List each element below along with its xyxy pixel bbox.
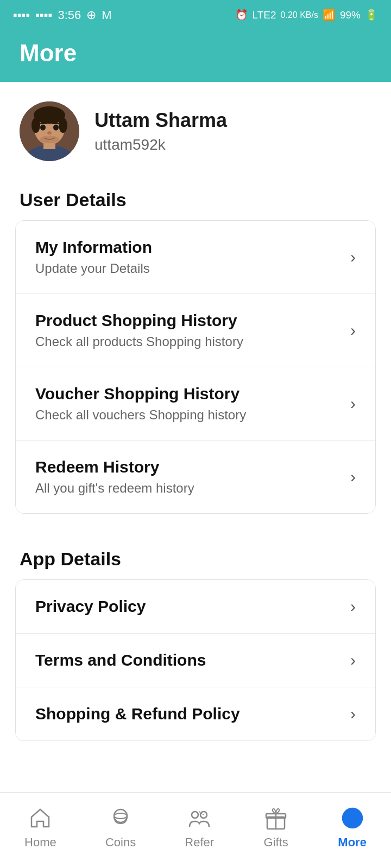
svg-point-15 [114,813,127,819]
my-information-item[interactable]: My Information Update your Details › [16,221,375,294]
terms-conditions-item[interactable]: Terms and Conditions › [16,634,375,687]
profile-username: uttam592k [94,136,227,154]
chevron-right-icon: › [350,597,356,616]
header: More [0,30,391,82]
more-label: More [338,835,367,850]
profile-section: Uttam Sharma uttam592k [0,82,391,176]
product-shopping-history-item[interactable]: Product Shopping History Check all produ… [16,294,375,367]
status-bar: ▪▪▪▪ ▪▪▪▪ 3:56 ⊕ M ⏰ LTE2 0.20 KB/s 📶 99… [0,0,391,30]
my-information-subtitle: Update your Details [35,261,152,276]
main-content: Uttam Sharma uttam592k User Details My I… [0,82,391,839]
more-icon [339,805,365,831]
svg-rect-11 [52,123,60,124]
chevron-right-icon: › [350,651,356,669]
svg-point-16 [192,812,198,818]
speed: 0.20 KB/s [281,10,318,20]
user-details-title: User Details [0,176,391,220]
page-title: More [20,40,77,66]
avatar [20,101,79,161]
svg-point-14 [114,809,127,822]
shopping-refund-policy-title: Shopping & Refund Policy [35,705,240,723]
whatsapp-icon: ⊕ [86,8,96,22]
svg-point-12 [47,131,52,135]
user-details-card: My Information Update your Details › Pro… [15,220,376,514]
terms-conditions-title: Terms and Conditions [35,651,206,669]
redeem-history-subtitle: All you gift's redeem history [35,481,194,496]
home-icon [27,805,53,831]
chevron-right-icon: › [350,321,356,340]
svg-point-8 [40,125,46,131]
svg-point-22 [351,817,354,819]
time: 3:56 [58,8,81,22]
avatar-image [20,101,79,161]
profile-info: Uttam Sharma uttam592k [94,109,227,154]
status-left: ▪▪▪▪ ▪▪▪▪ 3:56 ⊕ M [13,8,112,22]
refer-label: Refer [185,835,214,850]
nav-home[interactable]: Home [14,800,67,855]
voucher-shopping-history-subtitle: Check all vouchers Shopping history [35,407,246,423]
app-details-card: Privacy Policy › Terms and Conditions › … [15,579,376,741]
home-label: Home [24,835,56,850]
signal-strength: ▪▪▪▪ [13,8,30,22]
user-details-section: User Details My Information Update your … [0,176,391,514]
product-shopping-history-subtitle: Check all products Shopping history [35,334,243,349]
svg-point-9 [53,125,59,131]
svg-rect-10 [39,123,47,124]
voucher-shopping-history-item[interactable]: Voucher Shopping History Check all vouch… [16,367,375,441]
privacy-policy-item[interactable]: Privacy Policy › [16,580,375,634]
chevron-right-icon: › [350,248,356,266]
secondary-signal: ▪▪▪▪ [35,8,52,22]
gifts-icon [263,805,289,831]
battery-icon: 🔋 [365,9,378,21]
product-shopping-history-title: Product Shopping History [35,311,243,330]
bottom-navigation: Home Coins Refer [0,792,391,868]
alarm-icon: ⏰ [235,9,248,21]
chevron-right-icon: › [350,468,356,486]
chevron-right-icon: › [350,705,356,723]
nav-refer[interactable]: Refer [174,800,225,855]
svg-point-13 [40,136,59,143]
nav-coins[interactable]: Coins [94,800,147,855]
chevron-right-icon: › [350,394,356,413]
coins-label: Coins [105,835,136,850]
profile-name: Uttam Sharma [94,109,227,132]
nav-gifts[interactable]: Gifts [252,800,300,855]
wifi-icon: 📶 [323,9,336,21]
my-information-title: My Information [35,238,152,257]
app-details-section: App Details Privacy Policy › Terms and C… [0,514,391,741]
status-right: ⏰ LTE2 0.20 KB/s 📶 99% 🔋 [235,9,378,21]
network-type: LTE2 [253,9,276,21]
gmail-icon: M [102,8,111,22]
nav-more[interactable]: More [327,800,377,855]
refer-icon [186,805,212,831]
svg-point-7 [59,118,67,133]
voucher-shopping-history-title: Voucher Shopping History [35,385,246,403]
svg-point-6 [31,118,40,133]
privacy-policy-title: Privacy Policy [35,597,146,616]
shopping-refund-policy-item[interactable]: Shopping & Refund Policy › [16,687,375,741]
redeem-history-item[interactable]: Redeem History All you gift's redeem his… [16,441,375,513]
redeem-history-title: Redeem History [35,458,194,476]
app-details-title: App Details [0,535,391,579]
battery: 99% [340,9,361,21]
gifts-label: Gifts [264,835,288,850]
coins-icon [108,805,134,831]
